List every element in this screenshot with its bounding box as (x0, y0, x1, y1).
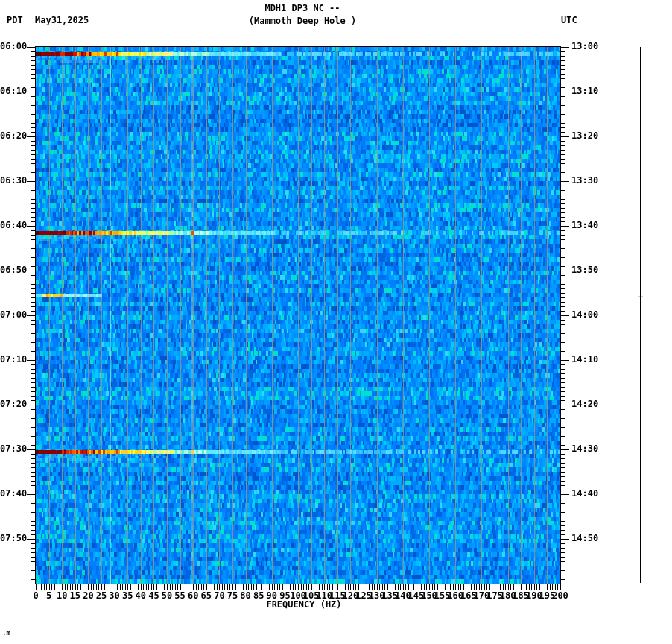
pdt-time-label: 07:50 (0, 534, 27, 543)
freq-tick-label: 75 (227, 591, 238, 601)
utc-time-label: 14:50 (571, 534, 598, 543)
freq-tick-label: 5 (46, 591, 51, 601)
pdt-time-label: 06:30 (0, 176, 27, 186)
utc-time-label: 13:30 (571, 176, 598, 186)
spectrogram-page: PDT May31,2025 MDH1 DP3 NC -- (Mammoth D… (0, 0, 672, 644)
pdt-time-label: 07:20 (0, 400, 27, 409)
freq-tick-label: 20 (83, 591, 93, 601)
freq-tick-label: 0 (33, 591, 38, 601)
pdt-time-label: 07:00 (0, 310, 27, 320)
station-subtitle: (Mammoth Deep Hole ) (249, 15, 357, 28)
pdt-time-label: 06:40 (0, 221, 27, 230)
utc-time-label: 14:10 (571, 355, 598, 364)
utc-time-label: 13:10 (571, 86, 598, 96)
utc-time-label: 14:30 (571, 444, 598, 454)
freq-tick-label: 50 (162, 591, 172, 601)
corner-note: .m (2, 630, 10, 637)
utc-time-label: 14:00 (571, 310, 598, 320)
timezone-left-label: PDT (7, 16, 23, 25)
spectrogram-canvas (0, 0, 672, 644)
pdt-time-label: 06:50 (0, 265, 27, 275)
timezone-right-label: UTC (561, 16, 577, 25)
freq-tick-label: 80 (240, 591, 250, 601)
pdt-time-label: 07:10 (0, 355, 27, 364)
pdt-time-label: 06:10 (0, 86, 27, 96)
freq-tick-label: 45 (148, 591, 159, 601)
freq-tick-label: 200 (552, 591, 568, 601)
plot-title-block: MDH1 DP3 NC -- (Mammoth Deep Hole ) (249, 2, 357, 28)
freq-tick-label: 60 (188, 591, 198, 601)
utc-time-label: 13:40 (571, 221, 598, 230)
pdt-time-label: 06:00 (0, 42, 27, 51)
freq-tick-label: 30 (109, 591, 119, 601)
utc-time-label: 14:40 (571, 489, 598, 499)
freq-tick-label: 40 (136, 591, 146, 601)
station-title: MDH1 DP3 NC -- (249, 2, 357, 15)
freq-tick-label: 65 (201, 591, 212, 601)
utc-time-label: 13:20 (571, 131, 598, 141)
freq-tick-label: 70 (214, 591, 224, 601)
freq-tick-label: 10 (57, 591, 67, 601)
utc-time-label: 14:20 (571, 400, 598, 409)
freq-tick-label: 55 (174, 591, 185, 601)
pdt-time-label: 07:30 (0, 444, 27, 454)
frequency-axis-title: FREQUENCY (HZ) (266, 600, 341, 610)
freq-tick-label: 15 (70, 591, 80, 601)
freq-tick-label: 85 (253, 591, 264, 601)
pdt-time-label: 07:40 (0, 489, 27, 499)
date-label: May31,2025 (35, 16, 89, 25)
utc-time-label: 13:50 (571, 265, 598, 275)
freq-tick-label: 35 (122, 591, 133, 601)
freq-tick-label: 25 (96, 591, 107, 601)
utc-time-label: 13:00 (571, 42, 598, 51)
pdt-time-label: 06:20 (0, 131, 27, 141)
